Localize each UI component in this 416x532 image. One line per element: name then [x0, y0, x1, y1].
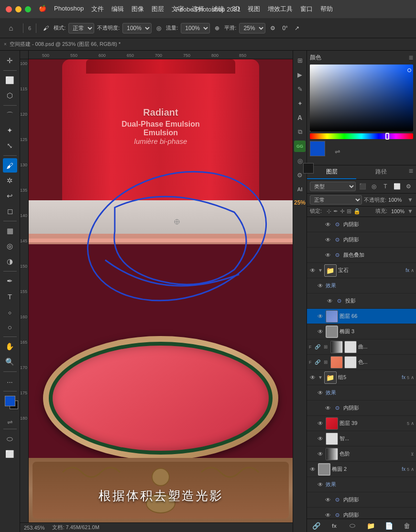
apple-menu[interactable]: 🍎 — [39, 5, 46, 13]
crop-tool[interactable]: ⤡ — [3, 139, 17, 153]
link-layers-icon[interactable]: 🔗 — [311, 521, 321, 531]
eye-icon[interactable]: 👁 — [309, 374, 317, 381]
hue-slider[interactable] — [310, 133, 413, 139]
eye-icon[interactable]: 👁 — [324, 511, 332, 519]
new-layer-icon[interactable]: 📄 — [383, 521, 394, 531]
hand-tool[interactable]: ✋ — [3, 339, 17, 354]
layer-item-effect2[interactable]: 👁 效果 — [307, 385, 416, 401]
menu-layer[interactable]: 图层 — [152, 5, 164, 13]
grid-icon[interactable]: ⊞ — [294, 54, 306, 66]
history-brush[interactable]: ↩ — [3, 189, 17, 203]
layer-item-inner-shadow[interactable]: 👁 ⊙ 内阴影 — [307, 401, 416, 416]
path-select[interactable]: ⬦ — [3, 304, 17, 319]
eye-icon[interactable]: 👁 — [317, 313, 324, 320]
eye-icon[interactable]: 👁 — [326, 297, 334, 305]
minimize-button[interactable] — [15, 6, 22, 12]
eye-icon[interactable]: 👁 — [324, 251, 332, 259]
mode-select[interactable]: 正常 — [68, 23, 94, 33]
play-icon[interactable]: ▶ — [294, 69, 306, 80]
swap-colors-icon[interactable]: ⇌ — [335, 148, 340, 155]
brush-icon[interactable]: 🖌 — [41, 24, 51, 33]
layer-item-inner-shadow3[interactable]: 👁 ⊙ 内阴影 — [307, 508, 416, 519]
screen-mode[interactable]: ⬜ — [3, 447, 17, 461]
wand-tool[interactable]: ✦ — [3, 123, 17, 138]
layer-item-ellipse2[interactable]: 👁 椭圆 2 fx 5 ∧ — [307, 462, 416, 477]
opacity-menu-icon[interactable]: ▼ — [407, 196, 413, 203]
filter-icon2[interactable]: ◎ — [369, 182, 379, 191]
layer-item-smart[interactable]: 👁 智... — [307, 431, 416, 446]
eye-icon[interactable]: 👁 — [317, 282, 324, 290]
eye-icon[interactable]: 👁 — [309, 267, 317, 274]
eye-icon[interactable]: 👁 — [317, 328, 324, 336]
menu-edit[interactable]: 编辑 — [111, 5, 124, 13]
clone-tool[interactable]: ✲ — [3, 174, 17, 188]
extra-tools[interactable]: ··· — [3, 374, 17, 389]
filter-icon5[interactable]: ⚙ — [404, 182, 413, 191]
pressure-icon[interactable]: ◎ — [154, 24, 163, 33]
menu-image[interactable]: 图像 — [131, 5, 144, 13]
maximize-button[interactable] — [25, 6, 31, 12]
filter-icon3[interactable]: T — [381, 182, 390, 191]
layer-item-baoshi[interactable]: 👁 ▼ 📁 宝石 fx ∧ — [307, 263, 416, 278]
new-group-icon[interactable]: 📁 — [365, 521, 376, 531]
fill-menu-icon[interactable]: ▼ — [407, 208, 413, 215]
layer-item-effect-label[interactable]: 👁 效果 — [307, 278, 416, 293]
menu-plugins[interactable]: 增效工具 — [268, 5, 293, 13]
layer-item-levels[interactable]: 👁 色阶 ⊻ — [307, 446, 416, 462]
collapse-icon[interactable]: ∧ — [411, 268, 414, 273]
lock-draw-icon[interactable]: ✒ — [333, 208, 338, 215]
filter-icon1[interactable]: ⬛ — [358, 182, 367, 191]
layer-item-curve[interactable]: F 🔗 ⊞ 曲... — [307, 339, 416, 355]
eye-icon[interactable]: 👁 — [317, 420, 324, 427]
collapse-icon[interactable]: ∧ — [411, 375, 414, 380]
bg-swatch[interactable] — [303, 163, 314, 174]
layer-item-group5[interactable]: 👁 ▼ 📁 组5 fx 5 ∧ — [307, 370, 416, 385]
edit-strip-icon[interactable]: ✎ — [294, 83, 306, 95]
eye-icon[interactable]: 👁 — [317, 389, 324, 397]
layer-item-effect3[interactable]: 👁 效果 — [307, 477, 416, 492]
menu-file[interactable]: 文件 — [91, 5, 104, 13]
switch-colors[interactable]: ⇌ — [7, 418, 13, 426]
eye-icon[interactable]: 👁 — [317, 435, 324, 443]
layer-item-66[interactable]: 👁 图层 66 — [307, 309, 416, 324]
badge-icon[interactable]: GG — [294, 141, 306, 152]
layer-item[interactable]: 👁 ⊙ 内阴影 — [307, 232, 416, 248]
layer-item-ellipse3[interactable]: 👁 椭圆 3 — [307, 324, 416, 339]
smooth-select[interactable]: 25% — [239, 23, 265, 33]
layer-item-inner-shadow2[interactable]: 👁 ⊙ 内阴影 — [307, 492, 416, 508]
filter-type-select[interactable]: 类型 — [310, 182, 356, 191]
sparkle-icon[interactable]: ✦ — [294, 98, 306, 109]
opacity-select[interactable]: 100% — [122, 23, 152, 33]
expand-icon[interactable]: ∧ — [411, 421, 414, 426]
angle-input[interactable]: 0° — [280, 24, 289, 33]
close-button[interactable] — [6, 6, 12, 12]
airbrush-icon[interactable]: ⊕ — [213, 24, 221, 33]
ai-icon[interactable]: AI — [294, 184, 306, 195]
color-panel-menu[interactable]: ≡ — [409, 54, 413, 62]
eye-icon[interactable]: 👁 — [324, 236, 332, 244]
lock-position-icon[interactable]: ⊹ — [327, 208, 331, 215]
tab-paths[interactable]: 路径 — [356, 165, 405, 179]
home-icon[interactable]: ⌂ — [4, 21, 18, 35]
color-picker[interactable] — [310, 65, 413, 131]
export-icon[interactable]: ↗ — [293, 24, 301, 33]
expand-icon[interactable]: ▼ — [318, 375, 323, 380]
eye-icon[interactable]: 👁 — [317, 450, 324, 458]
app-name[interactable]: Photoshop — [54, 5, 84, 13]
pen-tool[interactable]: ✒ — [3, 274, 17, 288]
lock-artboard-icon[interactable]: ⊞ — [347, 208, 351, 215]
marquee-tool[interactable]: ⬜ — [3, 73, 17, 87]
layer-item-shadow[interactable]: 👁 ⊙ 投影 — [307, 293, 416, 309]
layers-panel-menu[interactable]: ≡ — [406, 165, 416, 179]
layer-item[interactable]: 👁 ⊙ 颜色叠加 — [307, 248, 416, 263]
expand-icon[interactable]: ∧ — [411, 467, 414, 472]
eye-icon[interactable]: 👁 — [317, 481, 324, 489]
gradient-tool[interactable]: ▦ — [3, 224, 17, 238]
zoom-tool[interactable]: 🔍 — [3, 355, 17, 369]
brush-tool[interactable]: 🖌 — [3, 158, 17, 173]
menu-help[interactable]: 帮助 — [320, 5, 333, 13]
eye-icon[interactable]: 👁 — [309, 466, 317, 473]
lock-all-icon[interactable]: 🔒 — [353, 208, 361, 215]
delete-layer-icon[interactable]: 🗑 — [402, 521, 412, 531]
layers-strip-icon[interactable]: ⧉ — [294, 126, 306, 138]
